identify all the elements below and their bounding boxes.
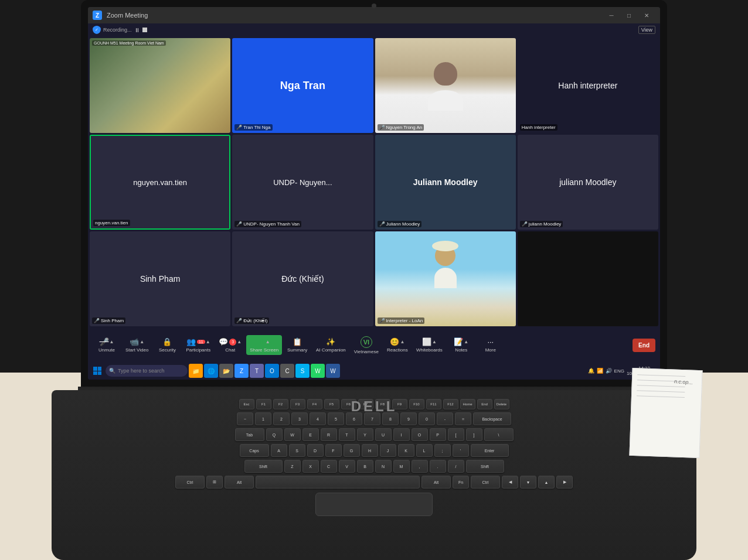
key-arrow-right[interactable]: ▶ (556, 476, 573, 489)
share-screen-button[interactable]: ⬆ ▲ Share Screen (246, 335, 282, 355)
key-semicolon[interactable]: ; (434, 444, 451, 457)
chat-button[interactable]: 💬 3 ▲ Chat (215, 335, 245, 355)
key-tab[interactable]: Tab (235, 428, 264, 441)
key-arrow-up[interactable]: ▲ (538, 476, 555, 489)
more-button[interactable]: ··· More (477, 335, 505, 355)
key-e[interactable]: E (302, 428, 319, 441)
key-z[interactable]: Z (284, 460, 301, 473)
trackpad[interactable] (315, 493, 433, 516)
volume-icon[interactable]: 🔊 (606, 368, 612, 374)
key-f[interactable]: F (325, 444, 342, 457)
key-v[interactable]: V (339, 460, 355, 473)
key-fn[interactable]: Fn (453, 476, 469, 489)
taskbar-app-file[interactable]: 📁 (189, 364, 203, 378)
taskbar-app-outlook[interactable]: O (265, 364, 279, 378)
key-f1[interactable]: F1 (256, 399, 271, 409)
key-a[interactable]: A (271, 444, 287, 457)
key-b[interactable]: B (357, 460, 373, 473)
key-delete[interactable]: Delete (494, 399, 509, 409)
key-4[interactable]: 4 (310, 412, 326, 425)
key-ctrl-left[interactable]: Ctrl (175, 476, 205, 489)
key-u[interactable]: U (375, 428, 392, 441)
key-esc[interactable]: Esc (239, 399, 254, 409)
reactions-button[interactable]: 😊 ▲ Reactions (383, 335, 412, 355)
key-1[interactable]: 1 (255, 412, 271, 425)
key-f5[interactable]: F5 (324, 399, 339, 409)
taskbar-app-word[interactable]: W (326, 364, 340, 378)
key-minus[interactable]: - (437, 412, 453, 425)
key-period[interactable]: . (430, 460, 446, 473)
start-video-button[interactable]: 📹 ▲ Start Video (122, 335, 152, 355)
participants-button[interactable]: 👥 11 ▲ Participants (182, 335, 214, 355)
key-arrow-left[interactable]: ◀ (502, 476, 518, 489)
key-9[interactable]: 9 (400, 412, 417, 425)
key-i[interactable]: I (393, 428, 410, 441)
key-end[interactable]: End (477, 399, 492, 409)
key-c[interactable]: C (321, 460, 337, 473)
key-0[interactable]: 0 (419, 412, 435, 425)
taskbar-app-zoom[interactable]: Z (234, 364, 249, 378)
key-n[interactable]: N (375, 460, 392, 473)
key-quote[interactable]: ' (453, 444, 469, 457)
key-k[interactable]: K (398, 444, 414, 457)
key-j[interactable]: J (380, 444, 396, 457)
key-space[interactable] (256, 476, 420, 489)
unmute-button[interactable]: 🎤 ▲ Unmute (93, 335, 121, 355)
taskbar-app-teams[interactable]: T (250, 364, 264, 378)
key-comma[interactable]: , (412, 460, 428, 473)
key-bracket-left[interactable]: [ (448, 428, 464, 441)
key-f4[interactable]: F4 (307, 399, 322, 409)
key-l[interactable]: L (416, 444, 433, 457)
whiteboards-button[interactable]: ⬜ ▲ Whiteboards (413, 335, 446, 355)
taskbar-app-edge[interactable]: 🌐 (204, 364, 218, 378)
key-d[interactable]: D (307, 444, 324, 457)
end-button[interactable]: End (633, 339, 655, 352)
start-button[interactable] (90, 364, 104, 378)
key-alt-right[interactable]: Alt (421, 476, 451, 489)
key-r[interactable]: R (321, 428, 337, 441)
vietnamese-button[interactable]: VI Vietnamese (351, 334, 382, 357)
security-button[interactable]: 🔒 Security (153, 335, 181, 355)
key-q[interactable]: Q (266, 428, 283, 441)
key-f10[interactable]: F10 (409, 399, 424, 409)
key-tilde[interactable]: ~ (237, 412, 253, 425)
key-ctrl-right[interactable]: Ctrl (471, 476, 500, 489)
view-button[interactable]: View (638, 26, 655, 34)
key-2[interactable]: 2 (273, 412, 290, 425)
taskbar-app-chrome[interactable]: C (280, 364, 294, 378)
key-home[interactable]: Home (460, 399, 475, 409)
key-g[interactable]: G (344, 444, 360, 457)
key-s[interactable]: S (289, 444, 305, 457)
key-t[interactable]: T (339, 428, 355, 441)
notes-button[interactable]: 📝 ▲ Notes (447, 335, 475, 355)
restore-button[interactable]: □ (620, 7, 638, 23)
key-shift-left[interactable]: Shift (244, 460, 283, 473)
key-h[interactable]: H (362, 444, 378, 457)
notification-icon[interactable]: 🔔 (588, 368, 594, 374)
taskbar-app-files[interactable]: 📂 (219, 364, 233, 378)
taskbar-app-skype[interactable]: S (295, 364, 310, 378)
key-w[interactable]: W (284, 428, 301, 441)
key-win[interactable]: ⊞ (206, 476, 223, 489)
key-m[interactable]: M (393, 460, 410, 473)
key-backslash[interactable]: \ (484, 428, 514, 441)
key-backspace[interactable]: Backspace (473, 412, 511, 425)
taskbar-search[interactable]: 🔍 Type here to search (106, 365, 188, 377)
key-caps[interactable]: Caps (240, 444, 269, 457)
pause-button[interactable]: ⏸ (134, 27, 140, 33)
stop-button[interactable] (142, 28, 147, 32)
ai-companion-button[interactable]: ✨ AI Companion (312, 335, 349, 355)
key-3[interactable]: 3 (291, 412, 308, 425)
key-shift-right[interactable]: Shift (466, 460, 504, 473)
key-enter[interactable]: Enter (471, 444, 509, 457)
key-5[interactable]: 5 (328, 412, 344, 425)
key-o[interactable]: O (412, 428, 428, 441)
summary-button[interactable]: 📋 Summary (283, 335, 311, 355)
taskbar-app-whatsapp[interactable]: W (311, 364, 325, 378)
minimize-button[interactable]: ─ (603, 7, 620, 23)
key-f12[interactable]: F12 (443, 399, 458, 409)
key-alt-left[interactable]: Alt (225, 476, 254, 489)
close-button[interactable]: ✕ (638, 7, 655, 23)
key-bracket-right[interactable]: ] (466, 428, 482, 441)
key-slash[interactable]: / (448, 460, 464, 473)
